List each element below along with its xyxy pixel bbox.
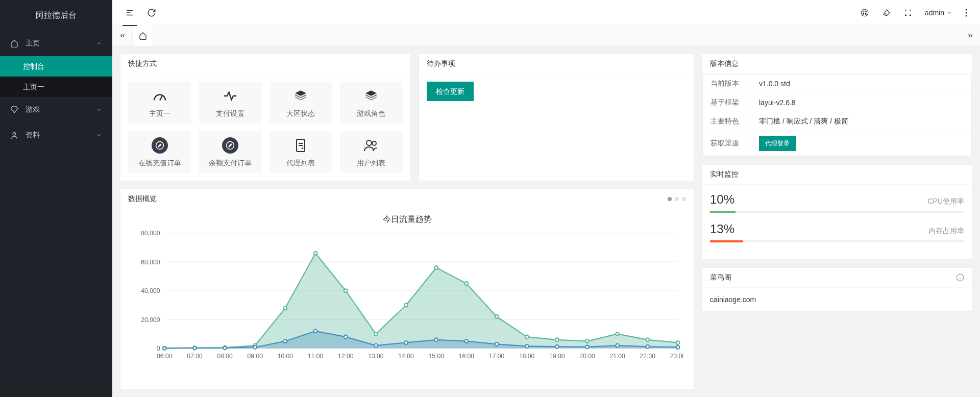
card-header: 版本信息: [702, 54, 972, 74]
svg-point-10: [966, 12, 967, 13]
user-menu[interactable]: admin: [925, 9, 952, 17]
card-header: 待办事项: [419, 54, 694, 74]
chart-title: 今日流量趋势: [131, 214, 683, 225]
svg-point-65: [434, 266, 438, 269]
tabs-next[interactable]: [960, 26, 980, 46]
check-update-button[interactable]: 检查更新: [427, 82, 474, 101]
chevrons-left-icon: [119, 32, 126, 39]
agent-login-button[interactable]: 代理登录: [759, 136, 796, 151]
sidebar: 阿拉德后台 主页 控制台 主页一 游戏: [0, 0, 112, 397]
version-value: v1.0.0 std: [751, 75, 972, 93]
shortcut-label: 在线充值订单: [128, 159, 191, 168]
svg-point-8: [865, 13, 866, 14]
todo-card: 待办事项 检查更新: [419, 54, 694, 181]
shortcut-label: 大区状态: [270, 109, 332, 118]
svg-point-67: [495, 315, 499, 318]
side-nav: 主页 控制台 主页一 游戏: [0, 31, 112, 148]
user-icon: [10, 131, 20, 139]
refresh-icon[interactable]: [147, 8, 156, 17]
svg-point-7: [863, 13, 864, 14]
card-header: 数据概览: [120, 189, 694, 209]
tabs-prev[interactable]: [112, 26, 133, 46]
svg-point-70: [585, 339, 589, 343]
carousel-dot[interactable]: [682, 197, 686, 201]
shortcut-label: 用户列表: [340, 159, 403, 168]
shortcut-3[interactable]: 游戏角色: [340, 82, 403, 123]
shortcut-label: 代理列表: [270, 159, 332, 168]
svg-point-26: [366, 140, 372, 145]
shortcut-0[interactable]: 主页一: [128, 82, 191, 123]
version-key: 获取渠道: [703, 131, 751, 156]
more-icon[interactable]: [965, 9, 967, 17]
svg-text:16:00: 16:00: [459, 353, 475, 360]
nav-item-game[interactable]: 游戏: [0, 97, 112, 122]
nav-item-home[interactable]: 主页: [0, 31, 112, 56]
shortcut-7[interactable]: 用户列表: [340, 131, 403, 173]
note-icon[interactable]: [882, 8, 891, 17]
svg-text:19:00: 19:00: [549, 353, 565, 360]
nav-label: 主页: [26, 39, 96, 48]
diamond-icon: [10, 106, 20, 114]
svg-point-76: [223, 346, 227, 350]
shortcut-5[interactable]: 余额支付订单: [199, 131, 261, 173]
shortcut-2[interactable]: 大区状态: [270, 82, 332, 123]
svg-point-60: [284, 306, 287, 310]
nav-item-data[interactable]: 资料: [0, 122, 112, 148]
chevron-down-icon: [96, 107, 102, 113]
monitor-row: 13%内存占用率: [710, 222, 964, 242]
version-table: 当前版本v1.0.0 std基于框架layui-v2.6.8主要特色零门槛 / …: [702, 74, 972, 156]
svg-point-66: [465, 282, 469, 285]
nav-sub-console[interactable]: 控制台: [0, 56, 112, 77]
shortcut-label: 主页一: [128, 109, 191, 118]
shortcut-6[interactable]: 代理列表: [270, 131, 332, 173]
nav-label: 游戏: [26, 105, 96, 114]
svg-point-71: [616, 332, 619, 336]
info-icon[interactable]: [956, 274, 964, 282]
chevrons-right-icon: [967, 32, 974, 39]
svg-text:22:00: 22:00: [640, 353, 656, 360]
monitor-card: 实时监控 10%CPU使用率13%内存占用率: [702, 164, 972, 260]
compass-badge-icon: [128, 136, 191, 155]
svg-point-84: [465, 339, 469, 343]
svg-point-81: [374, 344, 378, 348]
svg-text:20,000: 20,000: [141, 316, 160, 324]
svg-point-89: [616, 344, 619, 348]
svg-point-79: [314, 329, 317, 333]
svg-text:17:00: 17:00: [489, 353, 505, 360]
fullscreen-icon[interactable]: [904, 9, 912, 17]
chevron-down-icon: [946, 10, 952, 16]
shortcut-label: 游戏角色: [340, 109, 403, 118]
monitor-value: 13%: [710, 222, 734, 236]
shortcut-label: 余额支付订单: [199, 159, 261, 168]
svg-text:21:00: 21:00: [609, 353, 625, 360]
progress-bar: [710, 211, 964, 213]
menu-toggle-icon[interactable]: [125, 8, 134, 17]
svg-line-12: [160, 96, 162, 101]
carousel-dot[interactable]: [675, 197, 679, 201]
nav-sub-home1[interactable]: 主页一: [0, 77, 112, 97]
content: 快捷方式 主页一支付设置大区状态游戏角色在线充值订单余额支付订单代理列表用户列表…: [112, 46, 980, 397]
theme-icon[interactable]: [860, 8, 869, 17]
shortcut-4[interactable]: 在线充值订单: [128, 131, 191, 173]
shortcut-1[interactable]: 支付设置: [199, 82, 261, 123]
svg-text:20:00: 20:00: [579, 353, 595, 360]
svg-point-61: [314, 252, 317, 255]
tab-home[interactable]: [133, 26, 153, 46]
carousel-dot[interactable]: [668, 197, 672, 201]
version-value: layui-v2.6.8: [751, 93, 972, 112]
svg-point-0: [13, 133, 15, 135]
chevron-down-icon: [96, 132, 102, 138]
svg-point-91: [676, 345, 680, 349]
svg-text:12:00: 12:00: [338, 353, 354, 360]
svg-point-75: [193, 346, 197, 350]
svg-point-88: [585, 345, 589, 349]
svg-point-90: [646, 345, 649, 349]
home-icon: [10, 39, 20, 47]
header: admin: [112, 0, 980, 26]
app-logo: 阿拉德后台: [0, 0, 112, 31]
svg-text:13:00: 13:00: [368, 353, 384, 360]
tabs-bar: [112, 26, 980, 46]
main: admin: [112, 0, 980, 397]
cainiao-link[interactable]: cainiaoge.com: [710, 295, 756, 304]
svg-point-11: [966, 15, 967, 16]
